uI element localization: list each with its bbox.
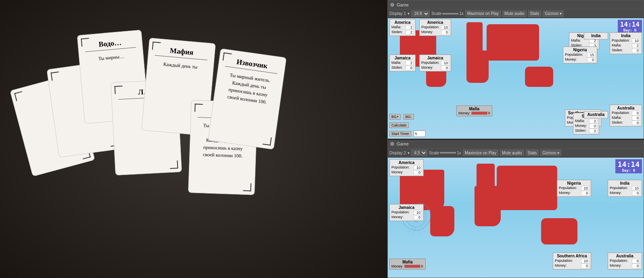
scale-label-2: Scale 1x	[429, 151, 461, 155]
india-title-1: India	[612, 34, 640, 38]
jamaica-title-1: Jamaica	[391, 56, 414, 60]
game-window-1: Game Display 1 ▾ 16:9 Scale 1x Maximize …	[387, 0, 644, 139]
controls-1: BG+ BG- Calculate Start Timer	[389, 112, 426, 137]
australia-title-2: Australia	[586, 112, 606, 117]
bg-minus-btn[interactable]: BG-	[404, 114, 414, 120]
jamaica-panel-1: Jamaica Mafia: 2 Stolen: 0	[389, 55, 416, 72]
window-dot-2	[390, 142, 394, 146]
america-panel-2: America Population: 10 Money: 0	[419, 19, 451, 36]
mute-btn-1[interactable]: Mute audio	[502, 11, 526, 17]
timer-value-1: 14:14	[620, 21, 640, 28]
america-title-1: America	[391, 20, 414, 25]
card-title: Водо…	[84, 37, 136, 52]
map-2: 14:14 Day: 0	[388, 158, 644, 278]
toolbar-2[interactable]: Display 2 ▾ 4:3 Scale 1x Maximize on Pla…	[388, 149, 644, 158]
mafia-panel-1: Mafia Money: 0	[456, 105, 492, 116]
titlebar-2: Game	[388, 140, 644, 149]
toolbar-1[interactable]: Display 1 ▾ 16:9 Scale 1x Maximize on Pl…	[388, 9, 644, 18]
mute-btn-2[interactable]: Mute audio	[500, 150, 524, 156]
timer-2: 14:14 Day: 0	[615, 159, 642, 173]
australia-panel-2: Australia	[584, 111, 608, 118]
aspect-select-1[interactable]: 16:9	[411, 11, 430, 17]
america-panel-g2: America Population: 10 Money: 0	[389, 159, 424, 176]
viewport-2: 14:14 Day: 0	[388, 158, 644, 278]
bg-plus-btn[interactable]: BG+	[389, 114, 401, 120]
america-title-2: America	[421, 20, 449, 25]
card-title: Извозчик	[225, 56, 279, 74]
card-text: Ты мирный житель.Каждый день тыприносишь…	[220, 70, 277, 107]
southern-africa-title-g2: Southern Africa	[555, 254, 589, 258]
display-arrow-1: ▾	[408, 11, 410, 16]
money-bar-1	[471, 112, 487, 115]
asia-land	[487, 24, 539, 61]
window-dot	[390, 3, 394, 7]
unity-editor-panel: Game Display 1 ▾ 16:9 Scale 1x Maximize …	[387, 0, 644, 278]
jamaica-panel-g2: Jamaica Population: 10 Money: 0	[389, 204, 424, 221]
display-label-1: Display 1	[389, 11, 406, 16]
window-title-2: Game	[397, 141, 409, 146]
display-label-2: Display 2	[389, 151, 406, 155]
day-label-1: Day: 0	[620, 28, 640, 32]
display-arrow-2: ▾	[408, 151, 410, 155]
jamaica-panel-2: Jamaica Population: 10 Money: 0	[419, 55, 451, 72]
timer-1: 14:14 Day: 0	[618, 20, 642, 33]
asia-land-2	[497, 166, 557, 210]
nigeria-title-2: Nigeria	[565, 48, 595, 52]
maximize-btn-1[interactable]: Maximize on Play	[465, 11, 501, 17]
maximize-btn-2[interactable]: Maximize on Play	[463, 150, 498, 156]
scale-slider-1[interactable]	[442, 13, 458, 15]
cards-area: Водо… Ты мирны… Л… Мафия Каждый день ты …	[0, 0, 387, 278]
gizmos-btn-1[interactable]: Gizmos ▾	[543, 11, 564, 17]
calculate-btn[interactable]: Calculate	[389, 122, 409, 128]
mafia-title-1: Mafia	[458, 107, 490, 111]
money-bar-2	[404, 265, 420, 268]
card-item: Извозчик Ты мирный житель.Каждый день ты…	[208, 48, 286, 150]
india-panel-2: India	[584, 32, 608, 40]
southern-africa-panel-g2: Southern Africa Population: 10 Money: 0	[553, 253, 591, 270]
australia-title-1: Australia	[612, 106, 640, 110]
mafia-title-2: Mafia	[391, 260, 424, 264]
svg-line-2	[418, 227, 420, 235]
america-panel-1: America Mafia: 2 Stolen: 2	[389, 19, 416, 36]
aspect-select-2[interactable]: 4:3	[411, 150, 427, 156]
game-window-2: Game Display 2 ▾ 4:3 Scale 1x Maximize o…	[387, 139, 644, 278]
nigeria-title-g2: Nigeria	[559, 181, 589, 185]
america-title-g2: America	[391, 160, 422, 165]
card-text: Ты мирны…	[86, 52, 137, 63]
australia-title-g2: Australia	[610, 254, 640, 258]
viewport-1: 14:14 Day: 0 America	[388, 18, 644, 139]
scale-slider-2[interactable]	[440, 152, 456, 154]
stats-btn-2[interactable]: Stats	[526, 150, 539, 156]
day-label-2: Day: 0	[618, 168, 640, 173]
timer-value-2: 14:14	[618, 160, 640, 168]
india-panel-1: India Population: 10 Mafia: 2 Stolen: 0	[610, 32, 642, 54]
jamaica-title-g2: Jamaica	[391, 205, 422, 210]
timer-input[interactable]	[414, 131, 426, 137]
map-1: 14:14 Day: 0 America	[388, 18, 644, 139]
nigeria-panel-2: Nigeria Population: 15 Money: 0	[563, 46, 597, 63]
mafia-panel-2: Mafia Money: 0	[389, 259, 426, 270]
australia-panel-g2: Australia Population: 0 Money: 0	[608, 253, 642, 270]
scale-label-1: Scale 1x	[431, 11, 464, 16]
titlebar-1: Game	[388, 0, 644, 9]
start-timer-btn[interactable]: Start Timer	[389, 131, 411, 137]
australia-panel-1: Australia Population: 0 Mafia: 0 Stolen:…	[610, 105, 642, 126]
jamaica-title-2: Jamaica	[421, 56, 449, 60]
india-title-2: India	[586, 34, 606, 38]
card-text: Каждый день ты	[154, 60, 207, 72]
card-title: Мафия	[155, 45, 209, 60]
india-panel-g2: India Population: 10 Money: 0	[608, 180, 642, 197]
india-title-g2: India	[610, 181, 640, 185]
window-title-1: Game	[397, 2, 409, 7]
australia-land-2	[541, 218, 577, 244]
stats-btn-1[interactable]: Stats	[528, 11, 542, 17]
australia-land	[525, 67, 553, 87]
nigeria-panel-g2: Nigeria Population: 10 Money: 0	[557, 180, 591, 197]
gizmos-btn-2[interactable]: Gizmos ▾	[540, 150, 561, 156]
svg-line-1	[412, 227, 416, 235]
africa-land	[466, 51, 489, 83]
